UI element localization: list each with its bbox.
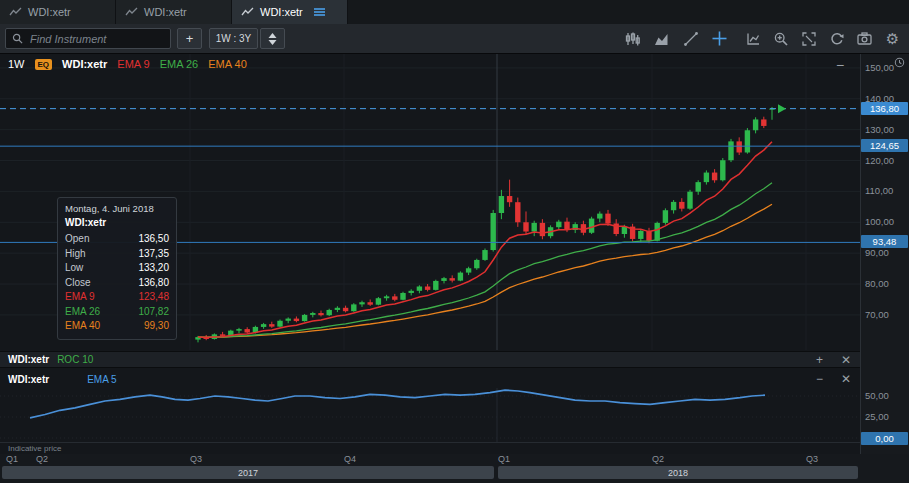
tooltip-row-high: High137,35 [65,247,169,262]
search-icon [12,33,23,44]
year-range-bar[interactable]: 2017 [2,466,494,479]
tab-bar: WDI:xetr WDI:xetr WDI:xetr [0,0,909,24]
refresh-button[interactable] [824,28,849,49]
line-chart-icon [9,7,22,17]
crosshair-tool-button[interactable] [707,28,732,49]
trading-app-window: WDI:xetr WDI:xetr WDI:xetr + 1W : 3Y [0,0,909,483]
area-chart-icon [654,32,669,46]
tooltip-date: Montag, 4. Juni 2018 [65,203,169,214]
clock-icon [894,57,905,68]
candlestick-chart-icon [625,32,640,46]
tooltip-row-close: Close136,80 [65,276,169,291]
price-tag: 136,80 [861,102,908,115]
indicator-axis-label: 25,00 [865,411,889,422]
price-axis-label: 80,00 [865,278,889,289]
chart-type-candles-button[interactable] [620,28,645,49]
zoom-in-button[interactable] [768,28,793,49]
indicator-pane-indicator[interactable]: EMA 5 [87,374,116,385]
tab-wdi-1[interactable]: WDI:xetr [0,0,116,24]
toolbar: + 1W : 3Y ⚙ [0,24,909,54]
chart-settings-button[interactable] [740,28,765,49]
fullscreen-icon [802,32,816,46]
crosshair-tooltip: Montag, 4. Juni 2018 WDI:xetr Open136,50… [57,197,177,340]
tooltip-row-open: Open136,50 [65,232,169,247]
roc-pane-expand-button[interactable]: + [816,353,823,367]
roc-pane-close-button[interactable]: ✕ [841,353,851,367]
period-selector[interactable]: 1W : 3Y [209,28,258,49]
indicator-pane-collapse-button[interactable]: − [816,372,823,386]
indicative-price-row: Indicative price [0,442,860,454]
price-axis-label: 100,00 [865,216,894,227]
quarter-label: Q1 [498,454,510,464]
gear-icon: ⚙ [886,30,899,48]
quarter-label: Q1 [6,454,18,464]
price-axis-label: 120,00 [865,155,894,166]
quarter-label: Q3 [190,454,202,464]
roc-pane-symbol: WDI:xetr [8,354,49,365]
chart-legend: 1W EQ WDI:xetr EMA 9 EMA 26 EMA 40 [8,58,247,70]
price-tag: 93,48 [861,235,908,248]
tab-menu-icon[interactable] [313,7,326,17]
legend-ema26[interactable]: EMA 26 [160,58,199,70]
tooltip-row-ema9: EMA 9123,48 [65,290,169,305]
year-range-bar[interactable]: 2018 [498,466,858,479]
price-axis-label: 70,00 [865,309,889,320]
quarter-label: Q3 [806,454,818,464]
settings-button[interactable]: ⚙ [880,28,905,49]
tab-wdi-3-active[interactable]: WDI:xetr [232,0,348,24]
indicator-pane-symbol: WDI:xetr [8,374,49,385]
snapshot-button[interactable] [852,28,877,49]
indicator-pane-close-button[interactable]: ✕ [841,372,851,386]
indicator-zero-tag: 0,00 [861,432,908,445]
chart-axes-icon [746,32,760,46]
refresh-icon [830,32,844,46]
crosshair-icon [712,31,727,46]
collapse-main-chart-button[interactable]: − [836,58,844,72]
price-axis-label: 150,00 [865,62,894,73]
indicator-pane-header: WDI:xetr EMA 5 − ✕ [0,370,860,388]
search-input[interactable] [28,32,164,46]
indicator-axis-label: 50,00 [865,390,889,401]
price-tag: 124,65 [861,139,908,152]
tab-wdi-2[interactable]: WDI:xetr [116,0,232,24]
instrument-search[interactable] [5,28,171,49]
main-chart-pane: 1W EQ WDI:xetr EMA 9 EMA 26 EMA 40 − Mon… [0,54,860,350]
trend-line-icon [684,32,698,46]
split-arrows-icon [266,32,279,46]
zoom-in-icon [774,32,788,46]
legend-ema9[interactable]: EMA 9 [117,58,149,70]
line-chart-icon [241,7,254,17]
period-step-button[interactable] [260,28,285,49]
indicator-chart[interactable] [0,388,860,442]
tab-label: WDI:xetr [28,6,71,18]
price-axis[interactable]: 150,00140,00130,00120,00110,00100,0090,0… [860,54,909,454]
line-chart-icon [125,7,138,17]
legend-ema40[interactable]: EMA 40 [208,58,247,70]
tooltip-symbol: WDI:xetr [65,217,169,228]
legend-timeframe: 1W [8,58,25,70]
tooltip-row-ema26: EMA 26107,82 [65,305,169,320]
camera-icon [857,32,872,45]
tab-label: WDI:xetr [260,6,303,18]
quarter-label: Q4 [344,454,356,464]
fullscreen-button[interactable] [796,28,821,49]
legend-symbol: WDI:xetr [62,58,107,70]
price-axis-label: 130,00 [865,124,894,135]
price-axis-label: 90,00 [865,247,889,258]
trend-line-tool-button[interactable] [678,28,703,49]
roc-pane-header: WDI:xetr ROC 10 + ✕ [0,351,860,368]
indicative-price-label: Indicative price [8,444,61,453]
roc-pane-indicator[interactable]: ROC 10 [57,354,93,365]
price-axis-label: 110,00 [865,185,893,196]
equity-badge: EQ [35,59,53,70]
quarter-label: Q2 [652,454,664,464]
tooltip-row-ema40: EMA 4099,30 [65,319,169,334]
add-instrument-button[interactable]: + [177,28,202,49]
tooltip-row-low: Low133,20 [65,261,169,276]
chart-type-area-button[interactable] [649,28,674,49]
tab-label: WDI:xetr [144,6,187,18]
quarter-label: Q2 [36,454,48,464]
time-axis[interactable]: Q1Q2Q3Q4Q1Q2Q320172018 [0,454,909,483]
indicator-pane: WDI:xetr EMA 5 − ✕ [0,370,860,442]
